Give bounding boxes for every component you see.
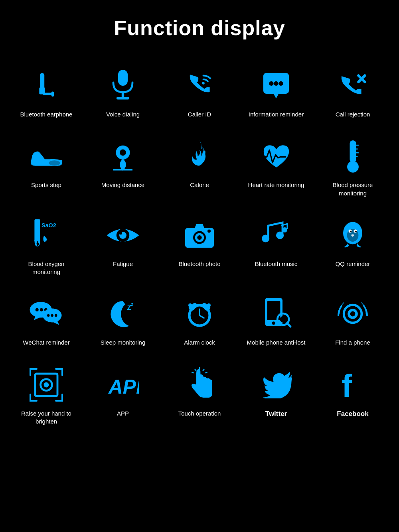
feature-sleep-monitoring: Z z Sleep monitoring [85, 288, 161, 355]
svg-point-49 [51, 314, 53, 317]
svg-rect-4 [118, 70, 128, 86]
feature-qq-reminder: QQ reminder [314, 209, 391, 284]
svg-point-33 [207, 229, 211, 233]
svg-text:z: z [131, 301, 134, 307]
svg-point-8 [269, 81, 273, 86]
heart-rate-monitoring-icon [254, 136, 298, 176]
svg-point-28 [119, 232, 122, 234]
page-title: Function display [8, 16, 391, 40]
bluetooth-music-icon [254, 215, 298, 255]
sleep-monitoring-label: Sleep monitoring [101, 339, 146, 347]
svg-rect-6 [117, 97, 129, 99]
feature-find-a-phone: Find a phone [314, 288, 391, 355]
feature-calorie: Calorie [161, 130, 238, 205]
svg-point-44 [35, 308, 38, 311]
svg-point-59 [192, 303, 198, 308]
bluetooth-music-label: Bluetooth music [255, 260, 298, 268]
information-reminder-icon [254, 66, 298, 106]
svg-rect-19 [351, 155, 354, 167]
svg-point-32 [197, 235, 201, 240]
blood-oxygen-monitoring-icon: SaO2 [24, 215, 68, 255]
svg-point-9 [274, 81, 278, 86]
twitter-label: Twitter [265, 410, 287, 419]
blood-oxygen-monitoring-label: Blood oxygen monitoring [14, 260, 78, 276]
app-label: APP [117, 410, 129, 418]
call-rejection-label: Call rejection [336, 110, 370, 118]
feature-call-rejection: Call rejection [314, 60, 391, 126]
page: Function display Bluetooth earphone [0, 0, 399, 449]
svg-point-10 [279, 81, 283, 86]
svg-line-78 [205, 372, 207, 373]
caller-id-icon [178, 66, 221, 106]
call-rejection-icon [331, 66, 375, 106]
svg-point-65 [280, 316, 286, 323]
touch-operation-icon [178, 365, 221, 405]
feature-raise-hand-brighten: Raise your hand to brighten [8, 359, 85, 434]
mobile-phone-anti-lost-label: Mobile phone anti-lost [247, 339, 306, 347]
feature-sports-step: Sports step [8, 130, 85, 205]
svg-point-36 [282, 227, 287, 233]
feature-facebook: f Facebook [314, 359, 391, 434]
qq-reminder-label: QQ reminder [336, 260, 370, 268]
svg-point-60 [202, 303, 207, 308]
feature-voice-dialing: Voice dialing [85, 60, 161, 126]
bluetooth-photo-label: Bluetooth photo [178, 260, 220, 268]
feature-blood-oxygen-monitoring: SaO2 Blood oxygen monitoring [8, 209, 85, 284]
caller-id-label: Caller ID [188, 110, 211, 118]
svg-point-45 [40, 308, 43, 311]
svg-line-75 [195, 369, 196, 371]
moving-distance-label: Moving distance [101, 181, 144, 189]
feature-bluetooth-earphone: Bluetooth earphone [8, 60, 85, 126]
app-icon: APP [101, 365, 145, 405]
feature-twitter: Twitter [238, 359, 314, 434]
facebook-icon: f [331, 365, 375, 405]
alarm-clock-icon [178, 294, 221, 334]
information-reminder-label: Information reminder [249, 110, 304, 118]
voice-dialing-icon [101, 66, 145, 106]
feature-information-reminder: Information reminder [238, 60, 314, 126]
calorie-label: Calorie [190, 181, 209, 189]
svg-rect-0 [40, 73, 44, 89]
svg-point-15 [120, 150, 126, 156]
svg-point-72 [44, 382, 49, 387]
wechat-reminder-icon [24, 294, 68, 334]
svg-rect-3 [51, 91, 54, 97]
raise-hand-brighten-label: Raise your hand to brighten [14, 410, 78, 426]
feature-moving-distance: Moving distance [85, 130, 161, 205]
svg-point-13 [49, 161, 60, 166]
feature-heart-rate-monitoring: Heart rate monitoring [238, 130, 314, 205]
find-a-phone-label: Find a phone [335, 339, 370, 347]
calorie-icon [178, 136, 221, 176]
svg-text:APP: APP [108, 376, 139, 398]
sports-step-icon [24, 136, 68, 176]
feature-alarm-clock: Alarm clock [161, 288, 238, 355]
fatigue-label: Fatigue [113, 260, 133, 268]
moving-distance-icon [101, 136, 145, 176]
svg-point-69 [350, 311, 356, 317]
feature-caller-id: Caller ID [161, 60, 238, 126]
mobile-phone-anti-lost-icon [254, 294, 298, 334]
feature-blood-pressure-monitoring: Blood pressure monitoring [314, 130, 391, 205]
svg-point-42 [355, 231, 357, 232]
qq-reminder-icon [331, 215, 375, 255]
feature-wechat-reminder: WeChat reminder [8, 288, 85, 355]
svg-line-66 [287, 323, 290, 327]
svg-point-41 [350, 231, 352, 232]
sports-step-label: Sports step [31, 181, 61, 189]
features-grid: Bluetooth earphone Voice dialing [8, 60, 391, 433]
feature-app: APP APP [85, 359, 161, 434]
svg-point-50 [55, 314, 57, 317]
svg-rect-2 [43, 93, 53, 95]
feature-touch-operation: Touch operation [161, 359, 238, 434]
bluetooth-earphone-label: Bluetooth earphone [20, 110, 73, 118]
svg-point-48 [47, 314, 49, 317]
feature-bluetooth-music: Bluetooth music [238, 209, 314, 284]
svg-line-76 [203, 369, 204, 371]
sleep-monitoring-icon: Z z [101, 294, 145, 334]
blood-pressure-monitoring-label: Blood pressure monitoring [321, 181, 385, 197]
svg-rect-24 [34, 219, 40, 242]
blood-pressure-monitoring-icon [331, 136, 375, 176]
feature-fatigue: Fatigue [85, 209, 161, 284]
alarm-clock-label: Alarm clock [184, 339, 215, 347]
svg-point-34 [262, 234, 269, 242]
